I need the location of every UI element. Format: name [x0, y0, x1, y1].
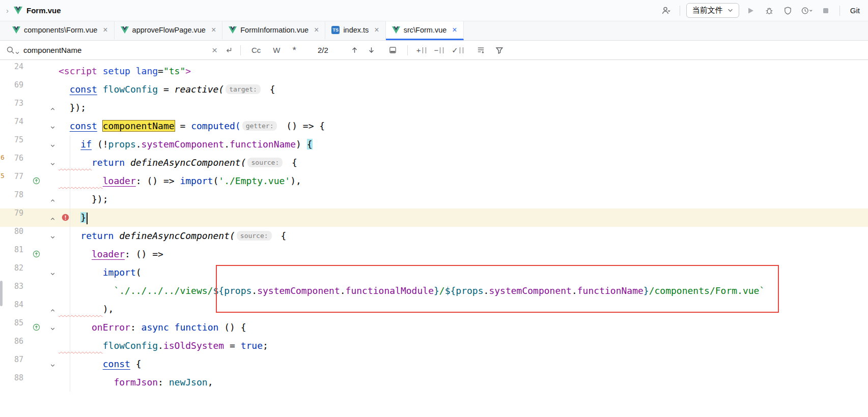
- search-input[interactable]: componentName ×: [23, 45, 219, 55]
- fold-icon[interactable]: [50, 160, 55, 169]
- add-occurrence-icon[interactable]: +: [414, 46, 428, 54]
- code-text: }: [59, 208, 88, 227]
- whole-words-toggle[interactable]: W: [269, 46, 284, 54]
- fold-icon[interactable]: [50, 196, 55, 205]
- fold-icon[interactable]: [50, 361, 55, 370]
- code-token: componentName: [103, 121, 175, 131]
- code-text: ),: [59, 300, 114, 318]
- code-token: {: [275, 230, 287, 241]
- code-token: ${: [213, 285, 224, 296]
- line-number[interactable]: 87: [0, 355, 23, 364]
- line-number[interactable]: 81: [0, 245, 23, 254]
- run-button[interactable]: [743, 4, 758, 18]
- tab-close-icon[interactable]: ×: [313, 26, 320, 34]
- code-text: });: [59, 99, 86, 117]
- line-number[interactable]: 80: [0, 227, 23, 236]
- run-configuration-dropdown[interactable]: 当前文件: [686, 3, 739, 18]
- line-number[interactable]: 24: [0, 62, 23, 71]
- search-in-selection-icon[interactable]: [387, 46, 398, 54]
- fold-icon[interactable]: [50, 105, 55, 114]
- scroll-thumb[interactable]: [0, 281, 3, 306]
- clear-search-icon[interactable]: ×: [210, 45, 219, 55]
- editor-tab[interactable]: FormInformation.vue×: [222, 21, 325, 40]
- gutter-arrow-icon[interactable]: [33, 323, 40, 333]
- remove-occurrence-icon[interactable]: −: [432, 46, 446, 54]
- line-number[interactable]: 85: [0, 318, 23, 327]
- code-text: });: [59, 190, 108, 208]
- line-number[interactable]: 76: [0, 154, 23, 163]
- fold-icon[interactable]: [50, 123, 55, 132]
- line-number[interactable]: 88: [0, 373, 23, 382]
- search-query[interactable]: componentName: [23, 46, 81, 54]
- line-number[interactable]: 74: [0, 117, 23, 126]
- fold-icon[interactable]: [50, 324, 55, 334]
- find-bar: componentName × Cc W * 2/2 + −: [0, 41, 868, 60]
- code-token: ${: [445, 285, 456, 296]
- code-token: /components/Form.vue`: [649, 285, 765, 296]
- window-title: Form.vue: [26, 6, 61, 15]
- fold-icon[interactable]: [50, 141, 55, 151]
- tab-close-icon[interactable]: ×: [210, 26, 217, 34]
- gutter-arrow-icon[interactable]: [33, 250, 40, 260]
- fold-icon[interactable]: [50, 215, 55, 224]
- text-caret: [87, 213, 88, 224]
- code-token: .: [251, 285, 257, 296]
- title-bar: › Form.vue 当前文件: [0, 0, 868, 21]
- search-icon[interactable]: [6, 46, 19, 54]
- tab-close-icon[interactable]: ×: [102, 26, 108, 34]
- code-token: [59, 322, 92, 333]
- divider: [680, 6, 680, 16]
- coverage-button[interactable]: [780, 4, 796, 18]
- stop-button[interactable]: [818, 4, 833, 18]
- ide-window: › Form.vue 当前文件: [0, 0, 868, 417]
- profiler-button[interactable]: [799, 4, 815, 18]
- tab-close-icon[interactable]: ×: [451, 26, 458, 34]
- code-token: [125, 157, 130, 168]
- code-token: }: [643, 285, 649, 296]
- line-number[interactable]: 84: [0, 300, 23, 309]
- fold-icon[interactable]: [50, 270, 55, 279]
- line-number[interactable]: 75: [0, 135, 23, 144]
- code-token: systemComponent: [142, 139, 225, 150]
- editor-tab[interactable]: TSindex.ts×: [325, 21, 385, 40]
- regex-toggle[interactable]: *: [289, 45, 300, 56]
- code-text: onError: async function () {: [59, 318, 246, 337]
- code-editor[interactable]: 24<script setup lang="ts">69 const flowC…: [0, 60, 868, 397]
- line-number[interactable]: 69: [0, 80, 23, 90]
- editor-tab[interactable]: src\Form.vue×: [386, 21, 464, 40]
- line-number[interactable]: 82: [0, 263, 23, 273]
- line-number[interactable]: 86: [0, 337, 23, 346]
- line-number[interactable]: 79: [0, 208, 23, 218]
- code-line: 84 ),: [0, 300, 868, 318]
- select-all-occurrences-icon[interactable]: ✓: [450, 46, 465, 55]
- line-number[interactable]: 73: [0, 99, 23, 108]
- code-token: return: [80, 230, 114, 241]
- code-token: });: [59, 102, 86, 113]
- code-token: {: [307, 139, 313, 150]
- tab-close-icon[interactable]: ×: [373, 26, 380, 34]
- next-occurrence-icon[interactable]: [367, 46, 376, 54]
- code-token: (: [136, 267, 142, 278]
- fold-icon[interactable]: [50, 306, 55, 315]
- code-token: (!: [92, 139, 108, 150]
- previous-occurrence-icon[interactable]: [350, 46, 359, 54]
- code-token: [59, 304, 103, 314]
- user-menu-button[interactable]: [658, 4, 674, 18]
- code-text: const {: [59, 355, 142, 373]
- editor-tab[interactable]: components\Form.vue×: [6, 21, 115, 40]
- line-number[interactable]: 78: [0, 190, 23, 199]
- gutter-arrow-icon[interactable]: [33, 177, 40, 187]
- fold-icon[interactable]: [50, 233, 55, 242]
- indent-guide: [70, 135, 70, 392]
- exclude-lines-icon[interactable]: [475, 46, 486, 54]
- code-token: props: [456, 285, 483, 296]
- line-number[interactable]: 77: [0, 172, 23, 181]
- line-number[interactable]: 83: [0, 282, 23, 291]
- filter-icon[interactable]: [494, 46, 505, 54]
- code-token: .: [572, 285, 577, 296]
- match-case-toggle[interactable]: Cc: [247, 46, 265, 54]
- editor-tab[interactable]: approveFlowPage.vue×: [115, 21, 223, 40]
- newline-icon[interactable]: [223, 46, 234, 54]
- debug-button[interactable]: [762, 4, 777, 18]
- git-widget[interactable]: Git: [850, 6, 860, 15]
